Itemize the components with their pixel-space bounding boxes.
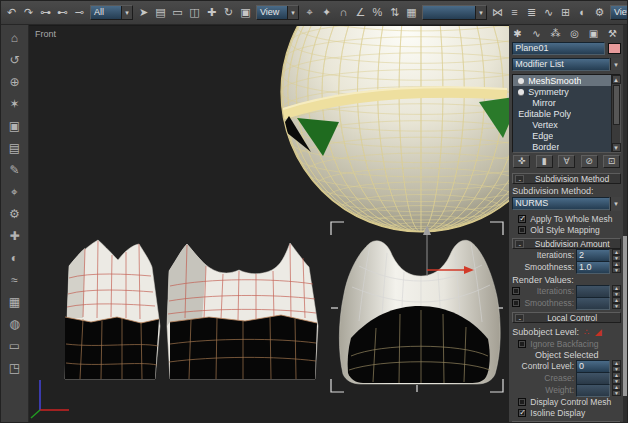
apply-to-whole-mesh-checkbox[interactable] <box>518 215 526 223</box>
named-selection-sets-dropdown[interactable]: ▾ <box>422 5 487 20</box>
visibility-bulb-icon[interactable] <box>518 78 524 84</box>
left-tool-13-icon[interactable]: ▦ <box>9 296 20 309</box>
scroll-up-icon[interactable]: ▲ <box>612 75 621 84</box>
scroll-thumb[interactable] <box>613 85 620 125</box>
mirror-icon[interactable]: ⋈ <box>491 6 504 19</box>
select-and-manipulate-icon[interactable]: ✦ <box>320 6 333 19</box>
display-tab-icon[interactable]: ▣ <box>587 28 600 39</box>
select-and-move-icon[interactable]: ✚ <box>205 6 218 19</box>
render-preset-dropdown[interactable]: View ▾ <box>610 5 627 20</box>
pin-stack-button[interactable]: ✜ <box>513 155 530 168</box>
select-and-rotate-icon[interactable]: ↻ <box>222 6 235 19</box>
scroll-thumb[interactable] <box>623 236 627 396</box>
motion-tab-icon[interactable]: ◎ <box>568 28 581 39</box>
layer-manager-icon[interactable]: ≣ <box>525 6 538 19</box>
coord-system-dropdown[interactable]: View ▾ <box>256 5 299 20</box>
show-end-result-button[interactable]: ▮ <box>536 155 553 168</box>
command-panel-scrollbar[interactable] <box>623 25 627 423</box>
chevron-down-icon[interactable]: ▾ <box>610 58 621 70</box>
percent-snap-icon[interactable]: % <box>371 6 384 19</box>
old-style-mapping-checkbox[interactable] <box>518 226 526 234</box>
left-tool-6-icon[interactable]: ▤ <box>9 142 20 155</box>
modify-tab-icon[interactable]: ∿ <box>530 28 543 39</box>
modifier-stack-item[interactable]: MeshSmooth <box>513 75 611 86</box>
weight-spinner[interactable]: ▲▼ <box>612 384 621 396</box>
selection-region-icon[interactable]: ▭ <box>171 6 184 19</box>
render-smoothness-checkbox[interactable] <box>512 299 520 307</box>
left-tool-8-icon[interactable]: ⌖ <box>11 186 18 199</box>
left-tool-12-icon[interactable]: ≈ <box>11 274 18 287</box>
schematic-view-icon[interactable]: ⊞ <box>559 6 572 19</box>
modifier-stack-item[interactable]: Symmetry <box>513 86 611 97</box>
object-name-field[interactable]: Plane01 <box>512 42 605 55</box>
editable-poly-mesh[interactable] <box>65 240 160 379</box>
utilities-tab-icon[interactable]: ⚒ <box>606 28 619 39</box>
hierarchy-tab-icon[interactable]: ⁂ <box>549 28 562 39</box>
viewport-label[interactable]: Front <box>35 29 56 39</box>
rollout-subdivision-amount[interactable]: - Subdivision Amount <box>512 238 621 249</box>
apply-to-whole-mesh-row[interactable]: Apply To Whole Mesh <box>518 213 621 224</box>
left-tool-1-icon[interactable]: ⌂ <box>11 32 18 45</box>
edge-subobject-icon[interactable]: ◢ <box>595 327 602 337</box>
window-crossing-icon[interactable]: ◫ <box>188 6 201 19</box>
angle-snap-icon[interactable]: ∠ <box>354 6 367 19</box>
display-control-mesh-row[interactable]: Display Control Mesh <box>518 396 621 407</box>
render-smoothness-field[interactable] <box>576 297 610 310</box>
make-unique-button[interactable]: ∀ <box>558 155 575 168</box>
rollout-subdivision-method[interactable]: - Subdivision Method <box>512 173 621 184</box>
isoline-display-checkbox[interactable] <box>518 409 526 417</box>
weight-field[interactable] <box>576 384 610 397</box>
create-tab-icon[interactable]: ✱ <box>511 28 524 39</box>
material-editor-icon[interactable]: ◐ <box>576 6 589 19</box>
left-tool-10-icon[interactable]: ✚ <box>9 230 19 243</box>
smoothness-spinner[interactable]: ▲▼ <box>612 261 621 273</box>
left-tool-16-icon[interactable]: ◳ <box>9 362 20 375</box>
undo-icon[interactable]: ↶ <box>5 6 18 19</box>
spinner-snap-icon[interactable]: ⇅ <box>388 6 401 19</box>
left-tool-9-icon[interactable]: ⚙ <box>9 208 20 221</box>
iterations-spinner[interactable]: ▲▼ <box>612 249 621 261</box>
rollout-local-control[interactable]: - Local Control <box>512 312 621 323</box>
select-object-icon[interactable]: ➤ <box>137 6 150 19</box>
vertex-subobject-icon[interactable]: ∴ <box>584 327 590 337</box>
modifier-stack-item[interactable]: Mirror <box>513 97 611 108</box>
object-color-swatch[interactable] <box>608 43 621 54</box>
render-iterations-checkbox[interactable] <box>512 287 520 295</box>
use-pivot-center-icon[interactable]: ⌖ <box>303 6 316 19</box>
collapse-icon[interactable]: - <box>515 314 524 322</box>
ignore-backfacing-checkbox[interactable] <box>518 340 526 348</box>
isoline-display-row[interactable]: Isoline Display <box>518 407 621 418</box>
left-tool-2-icon[interactable]: ↺ <box>9 54 19 67</box>
chevron-down-icon[interactable]: ▾ <box>287 6 298 19</box>
collapse-icon[interactable]: - <box>515 175 524 183</box>
align-icon[interactable]: ≡ <box>508 6 521 19</box>
display-control-mesh-checkbox[interactable] <box>518 398 526 406</box>
left-tool-5-icon[interactable]: ▣ <box>9 120 20 133</box>
modifier-stack-item[interactable]: Vertex <box>513 119 611 130</box>
modifier-stack-item[interactable]: Border <box>513 141 611 152</box>
viewport-front[interactable]: Front <box>29 25 509 423</box>
remove-modifier-button[interactable]: ⊘ <box>581 155 598 168</box>
redo-icon[interactable]: ↷ <box>22 6 35 19</box>
render-smoothness-spinner[interactable]: ▲▼ <box>612 297 621 309</box>
crease-spinner[interactable]: ▲▼ <box>612 372 621 384</box>
left-tool-7-icon[interactable]: ✎ <box>9 164 19 177</box>
left-tool-3-icon[interactable]: ⊕ <box>9 76 19 89</box>
modifier-list-dropdown[interactable]: Modifier List <box>512 58 610 71</box>
chevron-down-icon[interactable]: ▾ <box>121 6 132 19</box>
modifier-stack-item[interactable]: Editable Poly <box>513 108 611 119</box>
select-and-scale-icon[interactable]: ▣ <box>239 6 252 19</box>
edit-named-selections-icon[interactable]: ▦ <box>405 6 418 19</box>
stack-scrollbar[interactable]: ▲ ▼ <box>611 75 620 152</box>
bind-to-space-warp-icon[interactable]: ⊸ <box>73 6 86 19</box>
visibility-bulb-icon[interactable] <box>518 89 524 95</box>
left-tool-15-icon[interactable]: ▭ <box>9 340 20 353</box>
smoothness-field[interactable]: 1.0 <box>576 261 610 274</box>
configure-modifier-sets-button[interactable]: ⊡ <box>603 155 620 168</box>
subdivision-method-dropdown[interactable]: NURMS <box>512 197 610 210</box>
render-setup-icon[interactable]: ⚙ <box>593 6 606 19</box>
control-level-spinner[interactable]: ▲▼ <box>612 360 621 372</box>
render-iterations-spinner[interactable]: ▲▼ <box>612 285 621 297</box>
collapse-icon[interactable]: - <box>515 240 524 248</box>
old-style-mapping-row[interactable]: Old Style Mapping <box>518 224 621 235</box>
